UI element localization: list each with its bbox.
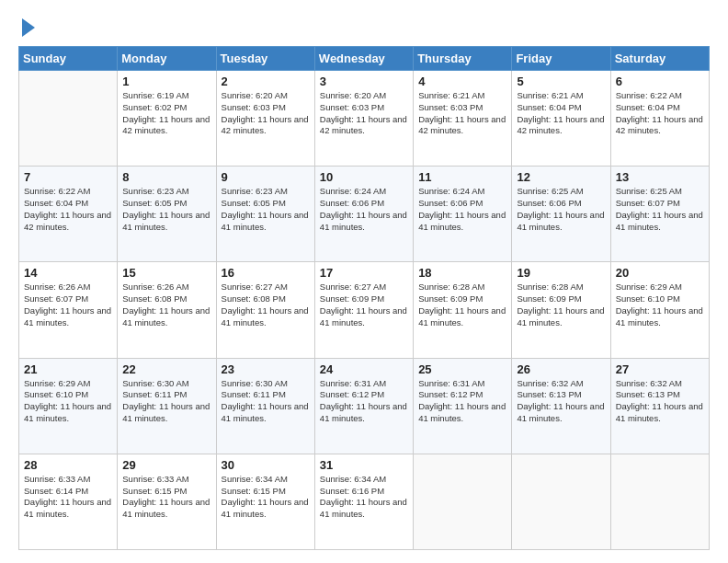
cell-info: Sunrise: 6:27 AMSunset: 6:08 PMDaylight:… <box>222 282 310 328</box>
day-number: 24 <box>320 362 408 376</box>
calendar-cell: 26Sunrise: 6:32 AMSunset: 6:13 PMDayligh… <box>512 358 610 454</box>
day-number: 5 <box>517 75 605 88</box>
cell-info: Sunrise: 6:26 AMSunset: 6:08 PMDaylight:… <box>122 282 210 328</box>
cell-info: Sunrise: 6:29 AMSunset: 6:10 PMDaylight:… <box>616 282 704 328</box>
calendar-cell: 18Sunrise: 6:28 AMSunset: 6:09 PMDayligh… <box>414 262 512 358</box>
weekday-header: Monday <box>118 47 216 71</box>
day-number: 20 <box>616 266 704 280</box>
calendar-cell: 9Sunrise: 6:23 AMSunset: 6:05 PMDaylight… <box>216 167 314 262</box>
calendar-cell: 8Sunrise: 6:23 AMSunset: 6:05 PMDaylight… <box>118 167 216 262</box>
calendar-cell: 16Sunrise: 6:27 AMSunset: 6:08 PMDayligh… <box>216 262 314 358</box>
cell-info: Sunrise: 6:33 AMSunset: 6:14 PMDaylight:… <box>24 474 112 521</box>
calendar-week-row: 28Sunrise: 6:33 AMSunset: 6:14 PMDayligh… <box>19 454 710 549</box>
day-number: 9 <box>222 170 310 184</box>
cell-info: Sunrise: 6:24 AMSunset: 6:06 PMDaylight:… <box>320 186 408 233</box>
calendar-cell <box>19 71 118 167</box>
calendar-cell: 22Sunrise: 6:30 AMSunset: 6:11 PMDayligh… <box>118 358 216 454</box>
calendar-cell <box>414 454 512 549</box>
weekday-header: Wednesday <box>314 47 413 71</box>
calendar-week-row: 1Sunrise: 6:19 AMSunset: 6:02 PMDaylight… <box>19 71 710 167</box>
calendar-cell: 31Sunrise: 6:34 AMSunset: 6:16 PMDayligh… <box>314 454 413 549</box>
day-number: 30 <box>222 458 310 472</box>
cell-info: Sunrise: 6:32 AMSunset: 6:13 PMDaylight:… <box>616 378 704 425</box>
day-number: 21 <box>24 362 112 376</box>
day-number: 29 <box>122 458 210 472</box>
calendar-cell: 10Sunrise: 6:24 AMSunset: 6:06 PMDayligh… <box>314 167 413 262</box>
calendar-cell: 23Sunrise: 6:30 AMSunset: 6:11 PMDayligh… <box>216 358 314 454</box>
day-number: 15 <box>122 266 210 280</box>
calendar-week-row: 7Sunrise: 6:22 AMSunset: 6:04 PMDaylight… <box>19 167 710 262</box>
day-number: 13 <box>616 170 704 184</box>
cell-info: Sunrise: 6:21 AMSunset: 6:03 PMDaylight:… <box>418 90 506 137</box>
day-number: 1 <box>122 75 210 88</box>
weekday-header: Saturday <box>610 47 709 71</box>
calendar-cell: 19Sunrise: 6:28 AMSunset: 6:09 PMDayligh… <box>512 262 610 358</box>
cell-info: Sunrise: 6:26 AMSunset: 6:07 PMDaylight:… <box>24 282 112 328</box>
cell-info: Sunrise: 6:31 AMSunset: 6:12 PMDaylight:… <box>418 378 506 425</box>
cell-info: Sunrise: 6:34 AMSunset: 6:15 PMDaylight:… <box>222 474 310 521</box>
calendar-cell: 14Sunrise: 6:26 AMSunset: 6:07 PMDayligh… <box>19 262 118 358</box>
calendar-cell: 7Sunrise: 6:22 AMSunset: 6:04 PMDaylight… <box>19 167 118 262</box>
calendar-cell: 24Sunrise: 6:31 AMSunset: 6:12 PMDayligh… <box>314 358 413 454</box>
weekday-header: Thursday <box>414 47 512 71</box>
cell-info: Sunrise: 6:32 AMSunset: 6:13 PMDaylight:… <box>517 378 605 425</box>
calendar-cell: 20Sunrise: 6:29 AMSunset: 6:10 PMDayligh… <box>610 262 709 358</box>
header <box>18 17 710 37</box>
calendar-cell: 30Sunrise: 6:34 AMSunset: 6:15 PMDayligh… <box>216 454 314 549</box>
calendar-cell: 12Sunrise: 6:25 AMSunset: 6:06 PMDayligh… <box>512 167 610 262</box>
day-number: 6 <box>616 75 704 88</box>
calendar-cell: 1Sunrise: 6:19 AMSunset: 6:02 PMDaylight… <box>118 71 216 167</box>
day-number: 3 <box>320 75 408 88</box>
calendar-week-row: 14Sunrise: 6:26 AMSunset: 6:07 PMDayligh… <box>19 262 710 358</box>
day-number: 19 <box>517 266 605 280</box>
day-number: 2 <box>222 75 310 88</box>
cell-info: Sunrise: 6:25 AMSunset: 6:06 PMDaylight:… <box>517 186 605 233</box>
day-number: 17 <box>320 266 408 280</box>
calendar-table: SundayMondayTuesdayWednesdayThursdayFrid… <box>18 46 710 550</box>
page: SundayMondayTuesdayWednesdayThursdayFrid… <box>0 0 728 563</box>
day-number: 23 <box>222 362 310 376</box>
calendar-cell: 4Sunrise: 6:21 AMSunset: 6:03 PMDaylight… <box>414 71 512 167</box>
day-number: 25 <box>418 362 506 376</box>
day-number: 27 <box>616 362 704 376</box>
calendar-cell: 6Sunrise: 6:22 AMSunset: 6:04 PMDaylight… <box>610 71 709 167</box>
day-number: 7 <box>24 170 112 184</box>
calendar-cell: 27Sunrise: 6:32 AMSunset: 6:13 PMDayligh… <box>610 358 709 454</box>
cell-info: Sunrise: 6:22 AMSunset: 6:04 PMDaylight:… <box>616 90 704 137</box>
day-number: 18 <box>418 266 506 280</box>
cell-info: Sunrise: 6:28 AMSunset: 6:09 PMDaylight:… <box>418 282 506 328</box>
cell-info: Sunrise: 6:30 AMSunset: 6:11 PMDaylight:… <box>222 378 310 425</box>
day-number: 12 <box>517 170 605 184</box>
day-number: 10 <box>320 170 408 184</box>
cell-info: Sunrise: 6:23 AMSunset: 6:05 PMDaylight:… <box>222 186 310 233</box>
cell-info: Sunrise: 6:34 AMSunset: 6:16 PMDaylight:… <box>320 474 408 521</box>
cell-info: Sunrise: 6:27 AMSunset: 6:09 PMDaylight:… <box>320 282 408 328</box>
cell-info: Sunrise: 6:23 AMSunset: 6:05 PMDaylight:… <box>122 186 210 233</box>
calendar-week-row: 21Sunrise: 6:29 AMSunset: 6:10 PMDayligh… <box>19 358 710 454</box>
day-number: 14 <box>24 266 112 280</box>
cell-info: Sunrise: 6:25 AMSunset: 6:07 PMDaylight:… <box>616 186 704 233</box>
cell-info: Sunrise: 6:28 AMSunset: 6:09 PMDaylight:… <box>517 282 605 328</box>
calendar-cell: 15Sunrise: 6:26 AMSunset: 6:08 PMDayligh… <box>118 262 216 358</box>
day-number: 31 <box>320 458 408 472</box>
weekday-header: Friday <box>512 47 610 71</box>
calendar-cell: 29Sunrise: 6:33 AMSunset: 6:15 PMDayligh… <box>118 454 216 549</box>
calendar-cell: 25Sunrise: 6:31 AMSunset: 6:12 PMDayligh… <box>414 358 512 454</box>
logo <box>18 17 35 37</box>
calendar-cell: 17Sunrise: 6:27 AMSunset: 6:09 PMDayligh… <box>314 262 413 358</box>
calendar-cell: 28Sunrise: 6:33 AMSunset: 6:14 PMDayligh… <box>19 454 118 549</box>
cell-info: Sunrise: 6:20 AMSunset: 6:03 PMDaylight:… <box>222 90 310 137</box>
calendar-cell: 5Sunrise: 6:21 AMSunset: 6:04 PMDaylight… <box>512 71 610 167</box>
day-number: 8 <box>122 170 210 184</box>
calendar-cell: 21Sunrise: 6:29 AMSunset: 6:10 PMDayligh… <box>19 358 118 454</box>
cell-info: Sunrise: 6:33 AMSunset: 6:15 PMDaylight:… <box>122 474 210 521</box>
cell-info: Sunrise: 6:24 AMSunset: 6:06 PMDaylight:… <box>418 186 506 233</box>
day-number: 4 <box>418 75 506 88</box>
calendar-cell <box>512 454 610 549</box>
cell-info: Sunrise: 6:21 AMSunset: 6:04 PMDaylight:… <box>517 90 605 137</box>
day-number: 28 <box>24 458 112 472</box>
cell-info: Sunrise: 6:31 AMSunset: 6:12 PMDaylight:… <box>320 378 408 425</box>
calendar-cell: 2Sunrise: 6:20 AMSunset: 6:03 PMDaylight… <box>216 71 314 167</box>
cell-info: Sunrise: 6:22 AMSunset: 6:04 PMDaylight:… <box>24 186 112 233</box>
calendar-cell: 11Sunrise: 6:24 AMSunset: 6:06 PMDayligh… <box>414 167 512 262</box>
